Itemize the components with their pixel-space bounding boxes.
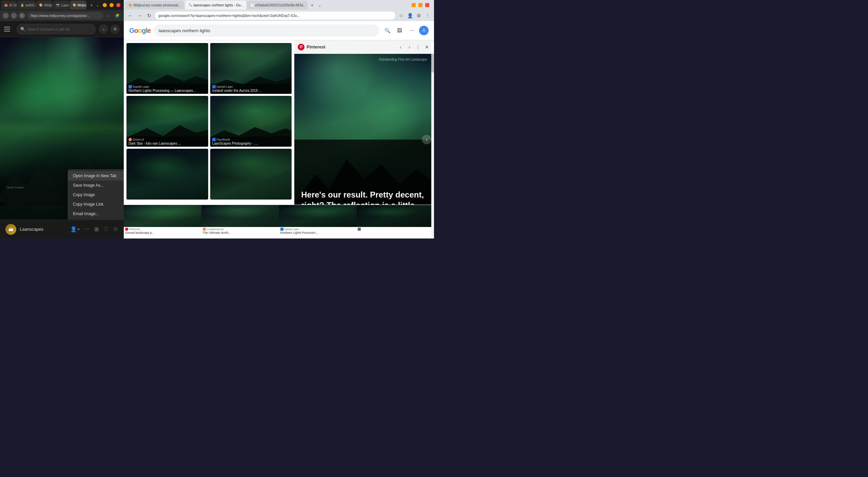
back-btn[interactable]: ← xyxy=(3,13,9,19)
tab-ai-scapes[interactable]: 🦊 AI Scapes Script xyxy=(1,1,17,9)
tab-list-btn[interactable]: ⌄ xyxy=(317,3,323,7)
tab-midjourney-active[interactable]: 🎨 Midjourney: 5... ✕ xyxy=(70,1,86,9)
mj-search-placeholder: Search prompts or job ids xyxy=(27,27,70,31)
g-toolbar: ☆ 👤 ⚙ ⋮ xyxy=(397,12,431,19)
grid-source-text-2: Daniel Laan xyxy=(217,85,233,88)
maximize-btn-right[interactable] xyxy=(418,3,422,7)
browser-chrome-left: 🦊 AI Scapes Script 🔒 auth0.openai.com/u.… xyxy=(0,0,124,21)
g-reload-btn[interactable]: ↻ xyxy=(145,12,153,19)
url-text: https://www.midjourney.com/app/jobs/... xyxy=(31,14,90,18)
mj-search-btn[interactable]: ⌕ xyxy=(99,24,108,34)
tab-third[interactable]: 📄 e59a8a62482531d1f0e9bc483d... ✕ xyxy=(247,1,308,9)
tab-dropdown-btn[interactable]: ⌄ xyxy=(96,3,99,7)
mj-search-bar[interactable]: 🔍 Search prompts or job ids xyxy=(16,24,96,35)
g-image-search-btn[interactable]: 🖼 xyxy=(395,26,404,35)
mj-more-btn[interactable]: ··· xyxy=(85,226,89,232)
bookmark-btn[interactable]: ☆ xyxy=(105,14,112,18)
mj-heart-btn[interactable]: ♡ xyxy=(103,226,108,232)
address-bar-left: ← → ↻ https://www.midjourney.com/app/job… xyxy=(0,10,124,21)
minimize-btn-right[interactable] xyxy=(412,3,416,7)
bottom-source-4 xyxy=(358,228,433,231)
google-search-bar[interactable]: laanscapes northern lights xyxy=(154,24,379,37)
ctx-copy-image-link[interactable]: Copy Image Link xyxy=(68,200,124,209)
pinterest-more-btn[interactable]: ⋮ xyxy=(414,43,422,51)
bottom-thumb-2[interactable]: Locationscout The Ultimate North... xyxy=(201,205,279,239)
g-forward-btn[interactable]: → xyxy=(136,12,143,19)
grid-image-5 xyxy=(126,149,208,200)
new-tab-btn[interactable]: + xyxy=(88,2,95,8)
tab-midjourney-1[interactable]: 🎨 Midjourney: eda... xyxy=(36,1,53,9)
g-account-circle[interactable]: A xyxy=(419,26,429,35)
pinterest-next-btn[interactable]: › xyxy=(406,43,413,51)
grid-item-1[interactable]: Daniel Laan Northern Lights Processing —… xyxy=(126,43,208,94)
bottom-caption-4 xyxy=(356,227,434,232)
mj-grid-btn[interactable]: ⊞ xyxy=(94,226,99,232)
ctx-open-new-tab[interactable]: Open Image in New Tab xyxy=(68,171,124,181)
image-nav-right[interactable]: › xyxy=(422,135,431,144)
grid-item-4[interactable]: Facebook LaanScapes Photography - .... xyxy=(210,96,292,147)
mj-emoji-btn[interactable]: ☺ xyxy=(113,226,118,232)
grid-item-3[interactable]: Zoom.nl Dark Star - foto van Laanscapes … xyxy=(126,96,208,147)
ctx-save-image-label: Save Image As... xyxy=(73,183,104,188)
grid-title-1: Northern Lights Processing — Laanscapes.… xyxy=(129,89,206,92)
g-account-btn[interactable]: 👤 xyxy=(406,12,414,19)
minimize-btn[interactable] xyxy=(103,3,107,7)
grid-item-5[interactable] xyxy=(126,149,208,200)
close-btn-right[interactable] xyxy=(425,3,429,7)
g-search-submit-btn[interactable]: 🔍 xyxy=(382,26,392,35)
reload-btn[interactable]: ↻ xyxy=(19,13,25,19)
scrollbar-track[interactable] xyxy=(431,42,434,239)
bottom-caption-1: Pinterest Sunset landscape p... xyxy=(124,227,201,235)
pinterest-prev-btn[interactable]: ‹ xyxy=(397,43,404,51)
bottom-thumb-3[interactable]: Daniel Laan Northern Lights Processin... xyxy=(279,205,357,239)
tab-midjourney-article[interactable]: 🎨 Midjourney creates photoreali... xyxy=(125,1,184,9)
grid-source-1: Daniel Laan xyxy=(129,85,206,88)
mj-add-user-btn[interactable]: 👤+ xyxy=(70,226,80,232)
forward-btn[interactable]: → xyxy=(11,13,17,19)
grid-item-6[interactable] xyxy=(210,149,292,200)
pinterest-close-btn[interactable]: ✕ xyxy=(423,43,431,51)
tab-laanscapes[interactable]: 📸 Laanscapes_C... xyxy=(53,1,69,9)
grid-caption-2: Daniel Laan Iceland under the Aurora 201… xyxy=(210,84,292,94)
grid-source-text-3: Zoom.nl xyxy=(133,138,144,141)
grid-source-4: Facebook xyxy=(212,138,290,141)
mj-menu-btn[interactable] xyxy=(4,24,14,34)
g-back-btn[interactable]: ← xyxy=(126,12,134,19)
g-menu-btn[interactable]: ⋮ xyxy=(424,12,431,19)
extensions-toolbar[interactable]: 🧩 xyxy=(114,14,121,18)
bottom-caption-3: Daniel Laan Northern Lights Processin... xyxy=(279,227,357,235)
bottom-thumb-4[interactable] xyxy=(356,205,434,239)
ctx-copy-image[interactable]: Copy Image xyxy=(68,190,124,200)
google-search-query: laanscapes northern lights xyxy=(159,28,210,33)
bottom-source-3: Daniel Laan xyxy=(280,228,355,231)
google-search-actions: 🔍 🖼 ⋯ A xyxy=(382,26,429,35)
ctx-save-image[interactable]: Save Image As... xyxy=(68,181,124,190)
g-apps-btn[interactable]: ⋯ xyxy=(407,26,416,35)
close-btn[interactable] xyxy=(116,3,120,7)
bottom-title-3: Northern Lights Processin... xyxy=(280,231,355,234)
tab-openai[interactable]: 🔒 auth0.openai.com/u... xyxy=(18,1,36,9)
g-url-text: google.com/search?q=laanscapes+northern+… xyxy=(158,14,300,18)
grid-item-2[interactable]: Daniel Laan Iceland under the Aurora 201… xyxy=(210,43,292,94)
pinterest-nav: ‹ › ⋮ ✕ xyxy=(397,43,431,51)
g-bookmark-btn[interactable]: ☆ xyxy=(397,12,405,19)
new-tab-btn-right[interactable]: + xyxy=(309,1,316,9)
ctx-copy-image-label: Copy Image xyxy=(73,192,95,197)
grid-source-3: Zoom.nl xyxy=(129,138,206,141)
g-url-bar[interactable]: google.com/search?q=laanscapes+northern+… xyxy=(155,12,395,20)
mj-settings-btn[interactable]: ⚙ xyxy=(110,24,120,34)
browser-chrome-right: 🎨 Midjourney creates photoreali... 🔍 laa… xyxy=(124,0,434,21)
context-menu: Open Image in New Tab Save Image As... C… xyxy=(68,169,124,220)
tab-google-search[interactable]: 🔍 laanscapes northern lights - Go... ✕ xyxy=(185,1,246,9)
mj-avatar: 🏔 xyxy=(5,224,16,235)
ctx-email-image[interactable]: Email Image... xyxy=(68,209,124,219)
maximize-btn[interactable] xyxy=(110,3,114,7)
google-header: Google laanscapes northern lights 🔍 🖼 ⋯ … xyxy=(124,21,434,40)
grid-caption-3: Zoom.nl Dark Star - foto van Laanscapes … xyxy=(126,137,208,147)
bottom-thumb-1[interactable]: Pinterest Sunset landscape p... xyxy=(124,205,201,239)
bottom-caption-2: Locationscout The Ultimate North... xyxy=(201,227,279,235)
url-bar-left[interactable]: https://www.midjourney.com/app/jobs/... xyxy=(27,12,103,19)
bottom-thumbnails: Pinterest Sunset landscape p... Location… xyxy=(124,205,434,239)
g-settings-btn[interactable]: ⚙ xyxy=(415,12,422,19)
bottom-source-text-3: Daniel Laan xyxy=(284,228,299,231)
